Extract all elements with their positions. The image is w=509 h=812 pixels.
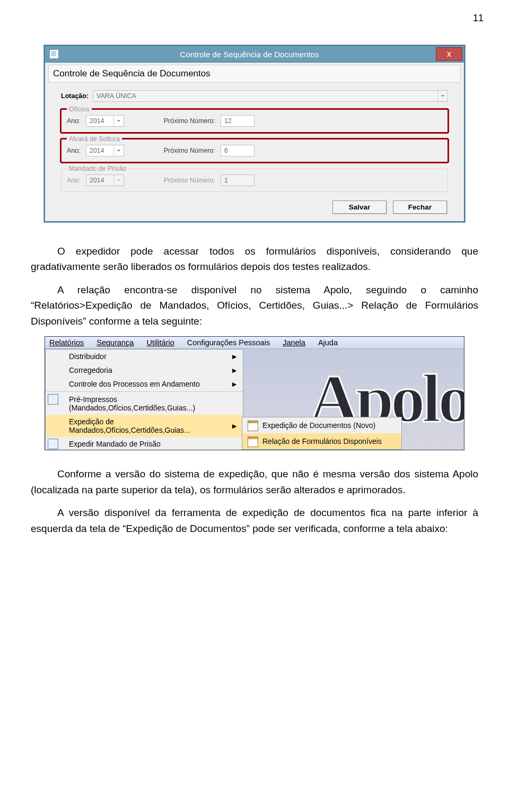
arrow-right-icon: ▶ [232,423,236,430]
menu-utilitario[interactable]: Utilitário [146,338,174,347]
dd-label: Controle dos Processos em Andamento [69,380,200,388]
button-bar: Salvar Fechar [61,198,448,214]
menu-seguranca[interactable]: Segurança [96,338,134,347]
oficios-proximo-input[interactable]: 12 [221,115,254,127]
grid-icon [248,421,257,430]
sm-label: Relação de Formulários Disponíveis [262,437,382,446]
chevron-down-icon [113,145,124,156]
close-button[interactable]: Fechar [393,200,447,214]
oficios-ano-value: 2014 [90,117,104,125]
dd-expedir-mandado[interactable]: Expedir Mandado de Prisão [46,437,243,450]
mandado-proximo-label: Próximo Número: [164,177,215,184]
group-alvara-legend: Alvará de Soltura [67,135,122,143]
dd-label: Distribuidor [69,352,107,361]
lotacao-value: VARA ÚNICA [96,92,136,100]
chevron-down-icon [113,175,124,186]
paragraph-2: A relação encontra-se disponível no sist… [31,282,478,329]
dialog-controle-sequencia: Controle de Sequência de Documentos x Co… [44,45,465,222]
dd-pre-impressos[interactable]: Pré-Impressos (Mandados,Ofícios,Certidõe… [46,392,243,415]
paragraph-1: O expedidor pode acessar todos os formul… [31,243,478,275]
row-lotacao: Lotação: VARA ÚNICA [61,90,448,102]
menu-relatorios[interactable]: Relatórios [49,338,84,347]
group-oficios: Ofícios Ano: 2014 Próximo Número: 12 [61,109,448,133]
window-title: Controle de Sequência de Documentos [63,50,436,59]
menu-body: Apolo Distribuidor ▶ Corregedoria ▶ Cont… [45,349,464,450]
oficios-proximo-label: Próximo Número: [164,117,215,125]
menu-janela[interactable]: Janela [283,338,305,347]
paragraph-3: Conforme a versão do sistema de expediçã… [31,466,478,497]
arrow-right-icon: ▶ [232,367,236,374]
close-icon[interactable]: x [436,47,462,61]
arrow-right-icon: ▶ [232,381,236,388]
oficios-ano-select[interactable]: 2014 [86,115,124,127]
group-mandado-legend: Mandado de Prisão [67,165,128,172]
alvara-ano-value: 2014 [90,147,104,154]
dd-label: Expedir Mandado de Prisão [69,440,161,448]
dd-expedicao[interactable]: Expedição de Mandados,Ofícios,Certidões,… [46,415,243,437]
chevron-down-icon [437,91,447,101]
alvara-ano-label: Ano: [67,147,81,154]
apolo-menu-screenshot: Relatórios Segurança Utilitário Configur… [45,336,464,450]
mandado-ano-value: 2014 [90,177,104,184]
mandado-ano-label: Ano: [67,177,81,184]
save-button[interactable]: Salvar [332,200,387,214]
document-icon [48,394,58,405]
menu-ajuda[interactable]: Ajuda [318,338,338,347]
dd-distribuidor[interactable]: Distribuidor ▶ [46,350,243,363]
menu-config[interactable]: Configurações Pessoais [187,338,270,347]
window-body: Controle de Sequência de Documentos Lota… [45,63,464,221]
mandado-ano-select: 2014 [86,174,124,186]
section-header: Controle de Sequência de Documentos [48,65,461,83]
paragraph-4: A versão disponível da ferramenta de exp… [31,505,478,536]
oficios-ano-label: Ano: [67,117,81,125]
submenu-expedicao: Expedição de Documentos (Novo) Relação d… [242,417,402,450]
window-icon [49,49,59,59]
chevron-down-icon [113,116,124,126]
sm-expedicao-novo[interactable]: Expedição de Documentos (Novo) [242,417,401,433]
group-alvara: Alvará de Soltura Ano: 2014 Próximo Núme… [61,139,448,162]
sm-label: Expedição de Documentos (Novo) [262,421,375,430]
oficios-proximo-value: 12 [224,117,232,125]
mandado-proximo-input: 1 [221,174,254,186]
mandado-proximo-value: 1 [224,177,228,184]
lotacao-label: Lotação: [61,92,89,100]
dd-label: Corregedoria [69,366,112,374]
grid-icon [248,436,257,446]
alvara-proximo-input[interactable]: 6 [221,145,254,156]
document-icon [48,439,58,449]
dd-controle[interactable]: Controle dos Processos em Andamento ▶ [46,377,243,391]
dd-label: Pré-Impressos (Mandados,Ofícios,Certidõe… [69,395,236,412]
form-area: Lotação: VARA ÚNICA Ofícios Ano: 2014 [48,83,461,216]
alvara-ano-select[interactable]: 2014 [86,145,124,156]
group-mandado: Mandado de Prisão Ano: 2014 Próximo Núme… [61,169,448,192]
alvara-proximo-value: 6 [224,147,228,154]
titlebar: Controle de Sequência de Documentos x [45,46,464,63]
alvara-proximo-label: Próximo Número: [164,147,215,154]
dd-corregedoria[interactable]: Corregedoria ▶ [46,363,243,377]
separator [46,391,243,392]
group-oficios-legend: Ofícios [67,106,92,113]
dropdown-relatorios: Distribuidor ▶ Corregedoria ▶ Controle d… [45,349,243,450]
menubar: Relatórios Segurança Utilitário Configur… [45,337,464,349]
dd-label: Expedição de Mandados,Ofícios,Certidões,… [69,417,232,434]
sm-relacao-formularios[interactable]: Relação de Formulários Disponíveis [242,433,401,449]
lotacao-select[interactable]: VARA ÚNICA [93,90,448,102]
arrow-right-icon: ▶ [232,353,236,360]
page-number: 11 [25,13,484,24]
